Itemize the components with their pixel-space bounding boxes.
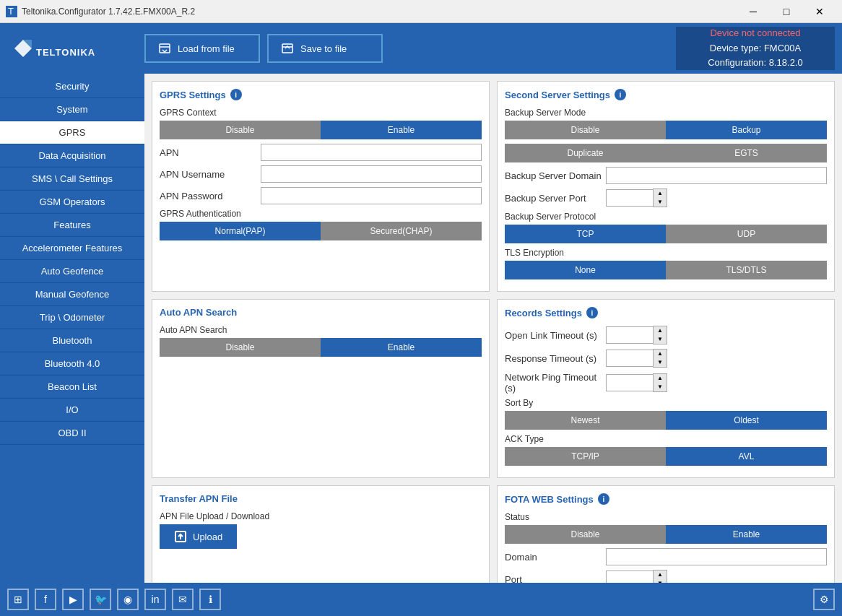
twitter-icon[interactable]: 🐦 xyxy=(90,589,111,610)
backup-port-up[interactable]: ▲ xyxy=(654,189,667,198)
sidebar-item-bluetooth[interactable]: Bluetooth xyxy=(0,329,144,352)
svg-text:T: T xyxy=(8,6,14,17)
save-icon xyxy=(280,41,295,56)
fota-port-up[interactable]: ▲ xyxy=(654,571,667,579)
fota-domain-row: Domain fm.teltonika.lt xyxy=(505,548,827,565)
sidebar-item-security[interactable]: Security xyxy=(0,75,144,98)
second-disable-btn[interactable]: Disable xyxy=(505,121,666,139)
open-link-input[interactable]: 300 xyxy=(606,326,653,344)
backup-tcp-btn[interactable]: TCP xyxy=(505,225,666,243)
backup-port-down[interactable]: ▼ xyxy=(654,198,667,207)
auto-apn-label: Auto APN Search xyxy=(160,325,482,335)
sidebar-item-features[interactable]: Features xyxy=(0,214,144,237)
titlebar-title: Teltonika.Configurator 1.7.42.E.FMX00A_R… xyxy=(22,6,737,17)
gprs-auth-toggle: Normal(PAP) Secured(CHAP) xyxy=(160,222,482,240)
maximize-button[interactable]: □ xyxy=(770,0,803,23)
oldest-btn[interactable]: Oldest xyxy=(666,411,827,430)
chat-icon[interactable]: ✉ xyxy=(172,589,194,610)
sidebar-item-system[interactable]: System xyxy=(0,98,144,121)
network-ping-label: Network Ping Timeout (s) xyxy=(505,372,606,394)
newest-btn[interactable]: Newest xyxy=(505,411,666,430)
response-down[interactable]: ▼ xyxy=(654,358,667,367)
gprs-panel-title: GPRS Settings i xyxy=(160,89,482,100)
apn-password-input[interactable] xyxy=(261,187,482,204)
backup-domain-input[interactable] xyxy=(606,167,827,184)
linkedin-icon[interactable]: in xyxy=(144,589,166,610)
open-link-spinbox: 300 ▲ ▼ xyxy=(606,326,667,344)
ack-toggle: TCP/IP AVL xyxy=(505,447,827,466)
gprs-info-icon[interactable]: i xyxy=(230,89,242,100)
sidebar-item-auto-geofence[interactable]: Auto Geofence xyxy=(0,260,144,283)
backup-protocol-label: Backup Server Protocol xyxy=(505,212,827,222)
home-icon[interactable]: ⊞ xyxy=(7,589,29,610)
backup-port-label: Backup Server Port xyxy=(505,193,606,204)
network-ping-down[interactable]: ▼ xyxy=(654,383,667,391)
fota-port-input[interactable]: 5000 xyxy=(606,571,653,583)
open-link-up[interactable]: ▲ xyxy=(654,326,667,335)
backup-tls-dtls-btn[interactable]: TLS/DTLS xyxy=(666,261,827,279)
save-to-file-button[interactable]: Save to file xyxy=(267,34,383,63)
sidebar-item-gprs[interactable]: GPRS xyxy=(0,121,144,144)
sort-by-label: Sort By xyxy=(505,398,827,408)
sidebar-item-manual-geofence[interactable]: Manual Geofence xyxy=(0,283,144,306)
sidebar-item-data-acquisition[interactable]: Data Acquisition xyxy=(0,144,144,168)
tcpip-btn[interactable]: TCP/IP xyxy=(505,447,666,466)
backup-port-spinbox: 0 ▲ ▼ xyxy=(606,188,667,207)
second-server-title: Second Server Settings i xyxy=(505,89,827,100)
records-panel: Records Settings i Open Link Timeout (s)… xyxy=(497,299,835,478)
backup-port-spinners: ▲ ▼ xyxy=(653,188,667,207)
minimize-button[interactable]: ─ xyxy=(737,0,770,23)
avl-btn[interactable]: AVL xyxy=(666,447,827,466)
duplicate-btn[interactable]: Duplicate xyxy=(505,144,666,162)
auto-apn-title: Auto APN Search xyxy=(160,307,482,318)
sidebar-item-accelerometer-features[interactable]: Accelerometer Features xyxy=(0,237,144,260)
fota-disable-btn[interactable]: Disable xyxy=(505,525,666,544)
response-up[interactable]: ▲ xyxy=(654,350,667,358)
backup-btn[interactable]: Backup xyxy=(666,121,827,139)
fota-info-icon[interactable]: i xyxy=(598,493,609,505)
info-icon[interactable]: ℹ xyxy=(199,589,221,610)
secured-chap-btn[interactable]: Secured(CHAP) xyxy=(321,222,482,240)
egts-btn[interactable]: EGTS xyxy=(666,144,827,162)
facebook-icon[interactable]: f xyxy=(35,589,56,610)
gprs-enable-btn[interactable]: Enable xyxy=(321,121,482,139)
response-input[interactable]: 30 xyxy=(606,350,653,367)
sidebar-item-beacon-list[interactable]: Beacon List xyxy=(0,376,144,399)
backup-none-btn[interactable]: None xyxy=(505,261,666,279)
auto-apn-disable-btn[interactable]: Disable xyxy=(160,338,321,357)
normal-pap-btn[interactable]: Normal(PAP) xyxy=(160,222,321,240)
network-ping-up[interactable]: ▲ xyxy=(654,374,667,383)
apn-upload-label: APN File Upload / Download xyxy=(160,511,482,521)
second-server-panel: Second Server Settings i Backup Server M… xyxy=(497,81,835,292)
transfer-apn-title: Transfer APN File xyxy=(160,493,482,504)
sidebar-item-sms---call-settings[interactable]: SMS \ Call Settings xyxy=(0,168,144,191)
network-ping-input[interactable]: 0 xyxy=(606,374,653,391)
app-icon: T xyxy=(6,6,17,17)
sidebar-item-i-o[interactable]: I/O xyxy=(0,399,144,422)
auto-apn-enable-btn[interactable]: Enable xyxy=(321,338,482,357)
fota-enable-btn[interactable]: Enable xyxy=(666,525,827,544)
gprs-context-toggle: Disable Enable xyxy=(160,121,482,139)
open-link-down[interactable]: ▼ xyxy=(654,335,667,344)
backup-udp-btn[interactable]: UDP xyxy=(666,225,827,243)
close-button[interactable]: ✕ xyxy=(803,0,836,23)
backup-port-input[interactable]: 0 xyxy=(606,189,653,207)
open-link-row: Open Link Timeout (s) 300 ▲ ▼ xyxy=(505,326,827,344)
upload-button[interactable]: Upload xyxy=(160,524,237,549)
youtube-icon[interactable]: ▶ xyxy=(62,589,84,610)
second-server-info-icon[interactable]: i xyxy=(615,89,626,100)
load-from-file-button[interactable]: Load from file xyxy=(144,34,260,63)
instagram-icon[interactable]: ◉ xyxy=(117,589,139,610)
sidebar: SecuritySystemGPRSData AcquisitionSMS \ … xyxy=(0,74,144,583)
apn-input[interactable] xyxy=(261,144,482,161)
apn-username-input[interactable] xyxy=(261,165,482,183)
settings-gear-icon[interactable]: ⚙ xyxy=(813,589,835,610)
sidebar-item-trip---odometer[interactable]: Trip \ Odometer xyxy=(0,306,144,329)
fota-domain-input[interactable]: fm.teltonika.lt xyxy=(606,548,827,565)
sidebar-item-bluetooth-4-0[interactable]: Bluetooth 4.0 xyxy=(0,352,144,376)
sidebar-item-obd-ii[interactable]: OBD II xyxy=(0,422,144,445)
upload-label: Upload xyxy=(193,532,222,542)
sidebar-item-gsm-operators[interactable]: GSM Operators xyxy=(0,191,144,214)
records-info-icon[interactable]: i xyxy=(586,307,598,318)
gprs-disable-btn[interactable]: Disable xyxy=(160,121,321,139)
